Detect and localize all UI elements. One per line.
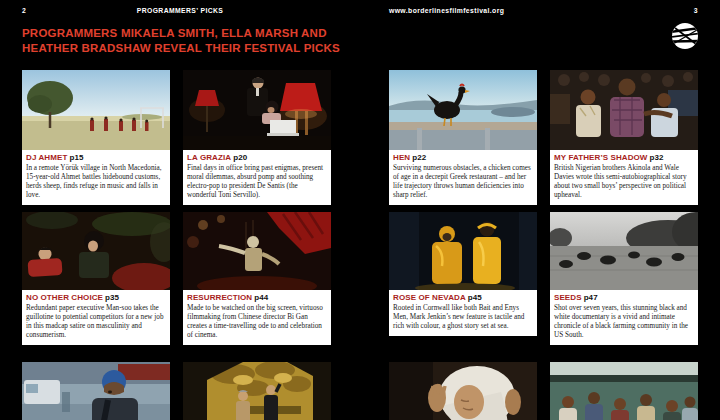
film-page-ref: p20	[233, 153, 247, 162]
film-title: MY FATHER’S SHADOW	[554, 153, 648, 162]
film-description: Final days in office bring past enigmas,…	[187, 164, 327, 200]
film-card-seeds: SEEDSp47 Shot over seven years, this stu…	[550, 212, 698, 345]
film-still-la-grazia	[183, 70, 331, 150]
film-title: HEN	[393, 153, 410, 162]
film-caption: ROSE OF NEVADAp45 Rooted in Cornwall lik…	[389, 290, 537, 336]
film-caption: MY FATHER’S SHADOWp32 British Nigerian b…	[550, 150, 698, 205]
film-caption: HENp22 Surviving numerous obstacles, a c…	[389, 150, 537, 205]
film-page-ref: p32	[650, 153, 664, 162]
film-card-rose-of-nevada: ROSE OF NEVADAp45 Rooted in Cornwall lik…	[389, 212, 537, 336]
film-still-no-other-choice	[22, 212, 170, 290]
film-page-ref: p35	[105, 293, 119, 302]
page-title-line1: PROGRAMMERS MIKAELA SMITH, ELLA MARSH AN…	[22, 26, 340, 41]
film-description: British Nigerian brothers Akinola and Wa…	[554, 164, 694, 200]
film-title: LA GRAZIA	[187, 153, 231, 162]
section-label: PROGRAMMERS’ PICKS	[0, 7, 360, 14]
film-card-bottom-2	[183, 362, 331, 420]
film-card-bottom-1	[22, 362, 170, 420]
film-still-hen	[389, 70, 537, 150]
film-description: In a remote Yörük village in North Maced…	[26, 164, 166, 200]
film-still-street-man	[22, 362, 170, 420]
film-card-dj-ahmet: DJ AHMETp15 In a remote Yörük village in…	[22, 70, 170, 205]
film-still-group-room	[550, 362, 698, 420]
film-still-dj-ahmet	[22, 70, 170, 150]
page-title: PROGRAMMERS MIKAELA SMITH, ELLA MARSH AN…	[22, 26, 340, 55]
page-number-right: 3	[640, 7, 698, 14]
brochure-spread: 2 PROGRAMMERS’ PICKS www.borderlinesfilm…	[0, 0, 720, 420]
film-card-no-other-choice: NO OTHER CHOICEp35 Redundant paper execu…	[22, 212, 170, 345]
film-description: Made to be watched on the big screen, vi…	[187, 304, 327, 340]
film-still-my-fathers-shadow	[550, 70, 698, 150]
website-url: www.borderlinesfilmfestival.org	[389, 7, 504, 14]
film-description: Surviving numerous obstacles, a chicken …	[393, 164, 533, 200]
film-page-ref: p45	[468, 293, 482, 302]
film-card-bottom-3	[389, 362, 537, 420]
film-caption: SEEDSp47 Shot over seven years, this stu…	[550, 290, 698, 345]
film-still-headscarf-woman	[389, 362, 537, 420]
film-page-ref: p47	[584, 293, 598, 302]
film-caption: RESURRECTIONp44 Made to be watched on th…	[183, 290, 331, 345]
film-still-rose-of-nevada	[389, 212, 537, 290]
film-card-resurrection: RESURRECTIONp44 Made to be watched on th…	[183, 212, 331, 345]
borderlines-globe-logo-icon	[669, 20, 701, 52]
film-description: Shot over seven years, this stunning bla…	[554, 304, 694, 340]
film-page-ref: p22	[412, 153, 426, 162]
film-caption: LA GRAZIAp20 Final days in office bring …	[183, 150, 331, 205]
film-still-resurrection	[183, 212, 331, 290]
film-description: Rooted in Cornwall like both Bait and En…	[393, 304, 533, 331]
film-card-bottom-4	[550, 362, 698, 420]
film-still-seeds	[550, 212, 698, 290]
film-title: RESURRECTION	[187, 293, 252, 302]
page-title-line2: HEATHER BRADSHAW REVEAL THEIR FESTIVAL P…	[22, 41, 340, 56]
film-page-ref: p15	[69, 153, 83, 162]
film-card-hen: HENp22 Surviving numerous obstacles, a c…	[389, 70, 537, 205]
film-still-autumn-archway	[183, 362, 331, 420]
film-caption: DJ AHMETp15 In a remote Yörük village in…	[22, 150, 170, 205]
film-title: NO OTHER CHOICE	[26, 293, 103, 302]
film-description: Redundant paper executive Man-soo takes …	[26, 304, 166, 340]
film-card-my-fathers-shadow: MY FATHER’S SHADOWp32 British Nigerian b…	[550, 70, 698, 205]
film-page-ref: p44	[254, 293, 268, 302]
film-title: ROSE OF NEVADA	[393, 293, 466, 302]
film-caption: NO OTHER CHOICEp35 Redundant paper execu…	[22, 290, 170, 345]
film-title: DJ AHMET	[26, 153, 67, 162]
film-card-la-grazia: LA GRAZIAp20 Final days in office bring …	[183, 70, 331, 205]
film-title: SEEDS	[554, 293, 582, 302]
